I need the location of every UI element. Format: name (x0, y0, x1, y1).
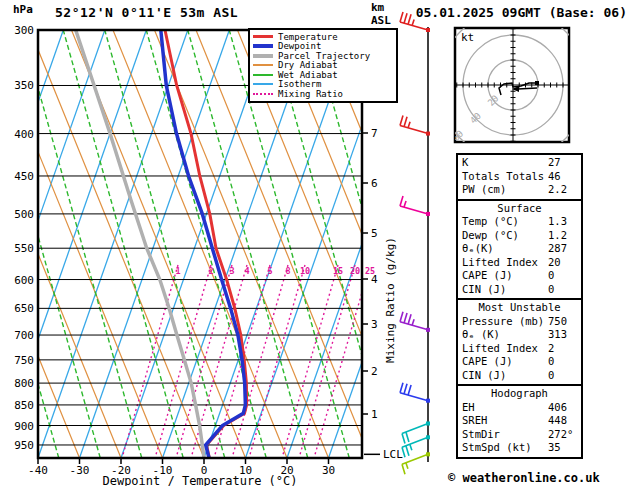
pressure-tick-label: 600 (14, 274, 34, 287)
legend-item: Mixing Ratio (253, 89, 393, 99)
stat-row: StmDir272° (458, 428, 581, 442)
mixing-ratio-value-label: 20 (350, 266, 360, 276)
lcl-label: LCL (383, 448, 403, 461)
wind-barb (402, 422, 430, 444)
stat-value: 0 (548, 269, 554, 283)
stat-value: 0 (548, 355, 554, 369)
station-title: 52°12'N 0°11'E 53m ASL (55, 5, 238, 20)
mixing-ratio-line (299, 265, 355, 458)
stat-row: CIN (J)0 (458, 369, 581, 383)
temp-tick-label: 30 (322, 464, 335, 477)
mixing-ratio-value-label: 4 (244, 266, 249, 276)
legend-label: Mixing Ratio (278, 89, 343, 99)
legend-swatch-temperature (253, 35, 273, 38)
storm-motion-arrow (518, 88, 537, 89)
stats-panel-most-unstable: Most UnstablePressure (mb)750θₑ (K)313Li… (456, 298, 583, 386)
mixing-ratio-value-label: 10 (300, 266, 310, 276)
mixing-axis-label: Mixing Ratio (g/kg) (384, 237, 397, 363)
stat-value: 0 (548, 283, 554, 297)
legend-label: Wet Adiabat (278, 70, 338, 80)
mixing-ratio-value-label: 2 (208, 266, 213, 276)
stat-value: 313 (548, 328, 567, 342)
stat-row: PW (cm)2.2 (458, 183, 581, 197)
pressure-tick-label: 550 (14, 242, 34, 255)
legend-item: Dry Adiabat (253, 61, 393, 71)
x-axis-title: Dewpoint / Temperature (°C) (102, 474, 297, 486)
altitude-tick-label: 7 (371, 127, 378, 140)
mixing-ratio-value-label: 1 (175, 266, 180, 276)
legend-item: Dewpoint (253, 42, 393, 52)
stat-row: CAPE (J)0 (458, 355, 581, 369)
pressure-unit-label: hPa (13, 3, 33, 16)
mixing-ratio-line (122, 265, 178, 458)
stat-row: Lifted Index2 (458, 342, 581, 356)
stats-panel-surface: SurfaceTemp (°C)1.3Dewp (°C)1.2θₑ(K)287L… (456, 199, 583, 301)
wind-barb (402, 452, 430, 474)
stat-row: CAPE (J)0 (458, 269, 581, 283)
temp-tick-label: -30 (70, 464, 90, 477)
stats-panel: K27Totals Totals46PW (cm)2.2 (456, 153, 583, 201)
stat-value: 448 (548, 414, 567, 428)
mixing-ratio-value-label: 3 (229, 266, 234, 276)
stat-value: 1.3 (548, 215, 567, 229)
stats-panels: K27Totals Totals46PW (cm)2.2SurfaceTemp … (456, 153, 583, 459)
pressure-tick-label: 800 (14, 377, 34, 390)
panel-title: Most Unstable (458, 301, 581, 315)
pressure-tick-label: 350 (14, 79, 34, 92)
pressure-tick-label: 750 (14, 354, 34, 367)
pressure-tick-label: 950 (14, 439, 34, 452)
altitude-tick-label: 6 (371, 177, 378, 190)
stat-value: 35 (548, 441, 561, 455)
altitude-tick-label: 3 (371, 318, 378, 331)
stat-value: 2.2 (548, 183, 567, 197)
stat-row: CIN (J)0 (458, 283, 581, 297)
wind-barb (402, 435, 430, 457)
mixing-ratio-value-label: 5 (267, 266, 272, 276)
wind-barb (400, 312, 430, 332)
legend-item: Parcel Trajectory (253, 51, 393, 61)
altitude-unit-label: km ASL (371, 1, 391, 27)
mixing-ratio-value-label: 8 (285, 266, 290, 276)
legend-swatch-isotherm (253, 83, 273, 85)
stat-row: K27 (458, 156, 581, 170)
hodograph-trace-end-marker (535, 81, 539, 85)
legend-label: Parcel Trajectory (278, 51, 370, 61)
stat-row: EH406 (458, 401, 581, 415)
stat-value: 272° (548, 428, 573, 442)
stats-panel-hodograph: HodographEH406SREH448StmDir272°StmSpd (k… (456, 384, 583, 459)
wind-barb (400, 383, 430, 403)
stat-value: 406 (548, 401, 567, 415)
legend-label: Temperature (278, 32, 338, 42)
stat-value: 46 (548, 170, 561, 184)
legend-swatch-wet-adiabat (253, 74, 273, 76)
stat-value: 2 (548, 342, 554, 356)
pressure-tick-label: 850 (14, 399, 34, 412)
legend-label: Dewpoint (278, 41, 321, 51)
legend-swatch-parcel-trajectory (253, 54, 273, 58)
legend-label: Isotherm (278, 79, 321, 89)
stat-row: Dewp (°C)1.2 (458, 229, 581, 243)
stat-row: Totals Totals46 (458, 170, 581, 184)
legend-swatch-mixing-ratio (253, 93, 273, 95)
mixing-ratio-line (282, 265, 338, 458)
stat-row: Temp (°C)1.3 (458, 215, 581, 229)
datetime-label: 05.01.2025 09GMT (Base: 06) (402, 5, 627, 20)
legend-swatch-dewpoint (253, 44, 273, 48)
mixing-ratio-value-label: 15 (333, 266, 343, 276)
wind-barb (400, 196, 430, 216)
copyright: © weatheronline.co.uk (448, 471, 600, 485)
stat-value: 0 (548, 369, 554, 383)
pressure-tick-label: 450 (14, 170, 34, 183)
legend-label: Dry Adiabat (278, 60, 338, 70)
legend-item: Isotherm (253, 80, 393, 90)
altitude-tick-label: 2 (371, 365, 378, 378)
dewpoint-curve (161, 30, 246, 458)
stat-value: 1.2 (548, 229, 567, 243)
pressure-tick-label: 650 (14, 302, 34, 315)
stat-value: 27 (548, 156, 561, 170)
legend-swatch-dry-adiabat (253, 64, 273, 66)
pressure-tick-label: 900 (14, 420, 34, 433)
wind-barb (400, 116, 430, 136)
stat-value: 20 (548, 256, 561, 270)
panel-title: Surface (458, 202, 581, 216)
